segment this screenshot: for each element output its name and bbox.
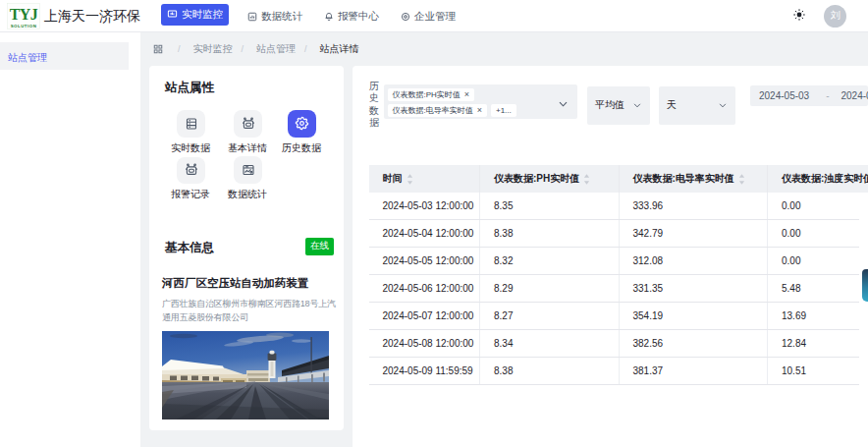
svg-text:SOLUTION: SOLUTION (11, 24, 37, 28)
svg-text:TYJ: TYJ (10, 6, 38, 23)
